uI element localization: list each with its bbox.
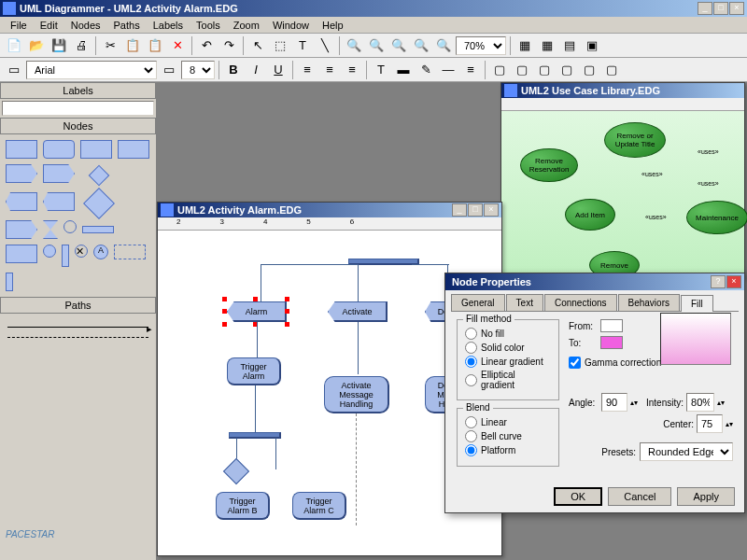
menu-window[interactable]: Window — [266, 20, 316, 31]
shape-circle-x[interactable]: ✕ — [75, 245, 88, 258]
zoom-fit-icon[interactable]: 🔍 — [388, 35, 409, 56]
ok-button[interactable]: OK — [554, 487, 602, 506]
shape-bar[interactable] — [82, 226, 114, 233]
tab-fill[interactable]: Fill — [681, 295, 713, 312]
menu-help[interactable]: Help — [316, 20, 350, 31]
shape-circle-dot[interactable] — [43, 245, 56, 258]
nodes-header[interactable]: Nodes — [0, 118, 156, 134]
tab-text[interactable]: Text — [506, 294, 543, 311]
shape-dashed[interactable] — [114, 245, 146, 259]
to-color-swatch[interactable] — [600, 336, 623, 349]
dialog-close-button[interactable]: × — [726, 275, 741, 288]
shape-rect[interactable] — [6, 140, 37, 159]
connector-icon[interactable]: ╲ — [315, 35, 335, 56]
radio-no-fill[interactable]: No fill — [465, 328, 551, 340]
node-activate[interactable]: Activate — [328, 301, 388, 322]
cut-icon[interactable]: ✂ — [100, 35, 120, 56]
tab-general[interactable]: General — [451, 294, 505, 311]
node-decision[interactable] — [223, 458, 249, 484]
doc-minimize-button[interactable]: _ — [452, 203, 467, 217]
shape-signal[interactable] — [6, 192, 37, 211]
from-color-swatch[interactable] — [600, 319, 623, 332]
linestyle-icon[interactable]: — — [438, 60, 458, 80]
bold-button[interactable]: B — [223, 60, 244, 80]
cancel-button[interactable]: Cancel — [608, 487, 671, 506]
maximize-button[interactable]: □ — [713, 2, 728, 15]
print-icon[interactable]: 🖨 — [71, 35, 92, 56]
shape-arrow2[interactable] — [43, 164, 75, 183]
shape-circle-a[interactable]: A — [93, 245, 108, 259]
node-alarm[interactable]: Alarm — [227, 301, 287, 322]
menu-zoom[interactable]: Zoom — [227, 20, 266, 31]
path-solid-arrow[interactable]: ▸ — [7, 327, 148, 328]
presets-combo[interactable]: Rounded Edges — [640, 442, 733, 461]
shape-diamond-sm[interactable] — [89, 165, 110, 187]
radio-solid[interactable]: Solid color — [465, 342, 551, 354]
shape-hourglass[interactable] — [43, 220, 58, 239]
zoom-combo[interactable]: 70% — [456, 36, 506, 55]
menu-paths[interactable]: Paths — [107, 20, 147, 31]
zoom-area-icon[interactable]: 🔍 — [411, 35, 431, 56]
shape-rect2[interactable] — [118, 140, 149, 159]
size-combo[interactable]: 8 — [181, 61, 215, 79]
radio-blend-platform[interactable]: Platform — [465, 444, 551, 456]
layers-icon[interactable]: ▤ — [559, 35, 580, 56]
menu-labels[interactable]: Labels — [147, 20, 190, 31]
apply-button[interactable]: Apply — [677, 487, 735, 506]
select-icon[interactable]: ⬚ — [270, 35, 290, 56]
path-dashed[interactable] — [7, 337, 148, 338]
doc-maximize-button[interactable]: □ — [468, 203, 483, 217]
undo-icon[interactable]: ↶ — [196, 35, 217, 56]
radio-blend-bell[interactable]: Bell curve — [465, 430, 551, 442]
minimize-button[interactable]: _ — [698, 2, 712, 15]
usecase-remove-update[interactable]: Remove or Update Title — [604, 122, 666, 158]
align-right-icon[interactable]: ≡ — [342, 60, 362, 80]
node-trigger-c[interactable]: Trigger Alarm C — [292, 492, 346, 520]
node-trigger-b[interactable]: Trigger Alarm B — [216, 492, 270, 520]
angle-input[interactable] — [601, 393, 627, 412]
menu-nodes[interactable]: Nodes — [64, 20, 107, 31]
labels-header[interactable]: Labels — [0, 82, 156, 99]
align-center-icon[interactable]: ≡ — [319, 60, 340, 80]
textcolor-icon[interactable]: T — [371, 60, 391, 80]
usecase-maintenance[interactable]: Maintenance — [686, 201, 747, 234]
shape-arrow3[interactable] — [6, 220, 37, 239]
align-icon[interactable]: ▢ — [601, 60, 622, 80]
menu-tools[interactable]: Tools — [190, 20, 227, 31]
style2-icon[interactable]: ▭ — [159, 60, 179, 80]
usecase-add-item[interactable]: Add Item — [565, 199, 615, 231]
underline-button[interactable]: U — [268, 60, 289, 80]
italic-button[interactable]: I — [246, 60, 266, 80]
zoom-out-icon[interactable]: 🔍 — [366, 35, 387, 56]
center-input[interactable] — [697, 414, 723, 433]
paste-icon[interactable]: 📋 — [145, 35, 165, 56]
grid-icon[interactable]: ▦ — [514, 35, 535, 56]
intensity-input[interactable] — [686, 393, 714, 412]
shape-vbar2[interactable] — [6, 273, 13, 291]
shape-circle-empty[interactable] — [63, 220, 77, 233]
node-activate-msg[interactable]: Activate Message Handling — [324, 376, 389, 413]
node-fork-bar[interactable] — [348, 259, 419, 265]
shape-vbar[interactable] — [62, 245, 69, 267]
doc-close-button[interactable]: × — [484, 203, 499, 217]
shape-arrow[interactable] — [6, 164, 37, 183]
shape-diamond[interactable] — [83, 188, 115, 219]
menu-edit[interactable]: Edit — [34, 20, 64, 31]
fillcolor-icon[interactable]: ▬ — [393, 60, 414, 80]
shape-roundrect[interactable] — [43, 140, 75, 159]
flip-v-icon[interactable]: ▢ — [557, 60, 577, 80]
snap-icon[interactable]: ▦ — [537, 35, 557, 56]
text-icon[interactable]: T — [292, 35, 313, 56]
paths-header[interactable]: Paths — [0, 297, 156, 314]
pointer-icon[interactable]: ↖ — [247, 35, 268, 56]
front-icon[interactable]: ▢ — [489, 60, 510, 80]
copy-icon[interactable]: 📋 — [122, 35, 143, 56]
close-button[interactable]: × — [729, 2, 744, 15]
shape-signal2[interactable] — [43, 192, 75, 211]
redo-icon[interactable]: ↷ — [218, 35, 239, 56]
radio-blend-linear[interactable]: Linear — [465, 416, 551, 428]
shape-folder[interactable] — [80, 140, 112, 159]
node-trigger-alarm[interactable]: Trigger Alarm — [227, 357, 281, 385]
style-icon[interactable]: ▭ — [4, 60, 24, 80]
open-icon[interactable]: 📂 — [26, 35, 47, 56]
